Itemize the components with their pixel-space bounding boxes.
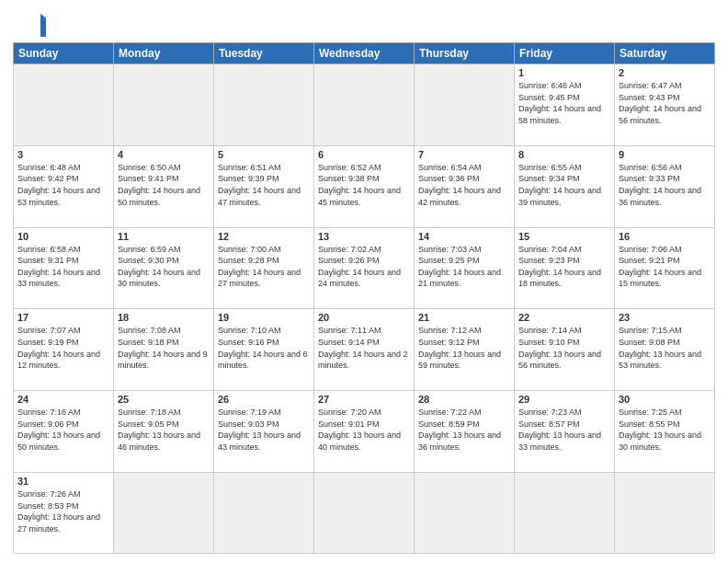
table-row: 28Sunrise: 7:22 AM Sunset: 8:59 PM Dayli… — [415, 391, 515, 473]
day-info: Sunrise: 7:26 AM Sunset: 8:53 PM Dayligh… — [17, 488, 109, 534]
day-info: Sunrise: 7:18 AM Sunset: 9:05 PM Dayligh… — [118, 407, 210, 453]
day-number: 24 — [17, 394, 109, 405]
table-row: 14Sunrise: 7:03 AM Sunset: 9:25 PM Dayli… — [415, 227, 515, 309]
day-number: 12 — [218, 231, 310, 242]
day-info: Sunrise: 7:12 AM Sunset: 9:12 PM Dayligh… — [418, 325, 510, 371]
day-number: 27 — [318, 394, 410, 405]
day-info: Sunrise: 7:10 AM Sunset: 9:16 PM Dayligh… — [218, 325, 310, 371]
day-number: 6 — [318, 149, 410, 160]
day-info: Sunrise: 6:58 AM Sunset: 9:31 PM Dayligh… — [17, 244, 109, 290]
day-info: Sunrise: 6:52 AM Sunset: 9:38 PM Dayligh… — [318, 162, 410, 208]
day-number: 31 — [17, 476, 109, 487]
table-row: 10Sunrise: 6:58 AM Sunset: 9:31 PM Dayli… — [14, 227, 114, 309]
day-info: Sunrise: 6:46 AM Sunset: 9:45 PM Dayligh… — [518, 80, 610, 126]
day-number: 9 — [619, 149, 711, 160]
page: Sunday Monday Tuesday Wednesday Thursday… — [0, 0, 728, 563]
day-info: Sunrise: 6:54 AM Sunset: 9:36 PM Dayligh… — [418, 162, 510, 208]
table-row — [214, 64, 314, 146]
weekday-header-row: Sunday Monday Tuesday Wednesday Thursday… — [14, 43, 715, 64]
day-number: 7 — [418, 149, 510, 160]
day-number: 28 — [418, 394, 510, 405]
day-number: 4 — [118, 149, 210, 160]
calendar: Sunday Monday Tuesday Wednesday Thursday… — [13, 42, 715, 554]
day-number: 15 — [518, 231, 610, 242]
header-saturday: Saturday — [615, 43, 715, 64]
table-row: 8Sunrise: 6:55 AM Sunset: 9:34 PM Daylig… — [515, 145, 615, 227]
day-number: 5 — [218, 149, 310, 160]
table-row: 7Sunrise: 6:54 AM Sunset: 9:36 PM Daylig… — [415, 145, 515, 227]
calendar-week-row: 24Sunrise: 7:16 AM Sunset: 9:06 PM Dayli… — [14, 391, 715, 473]
day-info: Sunrise: 7:06 AM Sunset: 9:21 PM Dayligh… — [619, 244, 711, 290]
day-number: 25 — [118, 394, 210, 405]
day-number: 3 — [17, 149, 109, 160]
header-monday: Monday — [114, 43, 214, 64]
day-info: Sunrise: 7:20 AM Sunset: 9:01 PM Dayligh… — [318, 407, 410, 453]
day-number: 16 — [619, 231, 711, 242]
table-row — [314, 472, 415, 553]
day-number: 10 — [17, 231, 109, 242]
day-info: Sunrise: 6:51 AM Sunset: 9:39 PM Dayligh… — [218, 162, 310, 208]
day-info: Sunrise: 7:00 AM Sunset: 9:28 PM Dayligh… — [218, 244, 310, 290]
table-row: 26Sunrise: 7:19 AM Sunset: 9:03 PM Dayli… — [214, 391, 314, 473]
day-info: Sunrise: 6:47 AM Sunset: 9:43 PM Dayligh… — [619, 80, 711, 126]
day-info: Sunrise: 7:08 AM Sunset: 9:18 PM Dayligh… — [118, 325, 210, 371]
day-number: 11 — [118, 231, 210, 242]
table-row: 1Sunrise: 6:46 AM Sunset: 9:45 PM Daylig… — [515, 64, 615, 146]
table-row: 29Sunrise: 7:23 AM Sunset: 8:57 PM Dayli… — [515, 391, 615, 473]
day-info: Sunrise: 7:11 AM Sunset: 9:14 PM Dayligh… — [318, 325, 410, 371]
table-row — [114, 64, 214, 146]
day-info: Sunrise: 7:19 AM Sunset: 9:03 PM Dayligh… — [218, 407, 310, 453]
table-row: 4Sunrise: 6:50 AM Sunset: 9:41 PM Daylig… — [114, 145, 214, 227]
day-info: Sunrise: 6:50 AM Sunset: 9:41 PM Dayligh… — [118, 162, 210, 208]
day-info: Sunrise: 7:23 AM Sunset: 8:57 PM Dayligh… — [518, 407, 610, 453]
table-row: 22Sunrise: 7:14 AM Sunset: 9:10 PM Dayli… — [515, 309, 615, 391]
day-number: 2 — [619, 67, 711, 78]
day-number: 26 — [218, 394, 310, 405]
day-info: Sunrise: 7:04 AM Sunset: 9:23 PM Dayligh… — [518, 244, 610, 290]
table-row — [14, 64, 114, 146]
table-row: 2Sunrise: 6:47 AM Sunset: 9:43 PM Daylig… — [615, 64, 715, 146]
table-row: 16Sunrise: 7:06 AM Sunset: 9:21 PM Dayli… — [615, 227, 715, 309]
calendar-week-row: 17Sunrise: 7:07 AM Sunset: 9:19 PM Dayli… — [14, 309, 715, 391]
day-number: 14 — [418, 231, 510, 242]
day-number: 13 — [318, 231, 410, 242]
table-row: 15Sunrise: 7:04 AM Sunset: 9:23 PM Dayli… — [515, 227, 615, 309]
table-row: 6Sunrise: 6:52 AM Sunset: 9:38 PM Daylig… — [314, 145, 415, 227]
table-row — [314, 64, 415, 146]
table-row: 13Sunrise: 7:02 AM Sunset: 9:26 PM Dayli… — [314, 227, 415, 309]
table-row: 11Sunrise: 6:59 AM Sunset: 9:30 PM Dayli… — [114, 227, 214, 309]
table-row: 5Sunrise: 6:51 AM Sunset: 9:39 PM Daylig… — [214, 145, 314, 227]
day-number: 23 — [619, 312, 711, 323]
header-thursday: Thursday — [415, 43, 515, 64]
table-row: 20Sunrise: 7:11 AM Sunset: 9:14 PM Dayli… — [314, 309, 415, 391]
table-row — [415, 64, 515, 146]
day-number: 20 — [318, 312, 410, 323]
logo — [13, 9, 51, 37]
header-sunday: Sunday — [14, 43, 114, 64]
day-info: Sunrise: 7:07 AM Sunset: 9:19 PM Dayligh… — [17, 325, 109, 371]
header — [13, 9, 715, 37]
table-row — [515, 472, 615, 553]
table-row — [114, 472, 214, 553]
table-row: 12Sunrise: 7:00 AM Sunset: 9:28 PM Dayli… — [214, 227, 314, 309]
day-info: Sunrise: 6:55 AM Sunset: 9:34 PM Dayligh… — [518, 162, 610, 208]
calendar-week-row: 10Sunrise: 6:58 AM Sunset: 9:31 PM Dayli… — [14, 227, 715, 309]
table-row: 9Sunrise: 6:56 AM Sunset: 9:33 PM Daylig… — [615, 145, 715, 227]
table-row: 30Sunrise: 7:25 AM Sunset: 8:55 PM Dayli… — [615, 391, 715, 473]
table-row: 27Sunrise: 7:20 AM Sunset: 9:01 PM Dayli… — [314, 391, 415, 473]
day-info: Sunrise: 6:59 AM Sunset: 9:30 PM Dayligh… — [118, 244, 210, 290]
table-row: 25Sunrise: 7:18 AM Sunset: 9:05 PM Dayli… — [114, 391, 214, 473]
day-number: 8 — [518, 149, 610, 160]
svg-marker-0 — [40, 14, 46, 37]
header-tuesday: Tuesday — [214, 43, 314, 64]
header-wednesday: Wednesday — [314, 43, 415, 64]
day-number: 22 — [518, 312, 610, 323]
day-info: Sunrise: 7:15 AM Sunset: 9:08 PM Dayligh… — [619, 325, 711, 371]
day-number: 29 — [518, 394, 610, 405]
day-number: 30 — [619, 394, 711, 405]
header-friday: Friday — [515, 43, 615, 64]
day-info: Sunrise: 6:48 AM Sunset: 9:42 PM Dayligh… — [17, 162, 109, 208]
calendar-week-row: 31Sunrise: 7:26 AM Sunset: 8:53 PM Dayli… — [14, 472, 715, 553]
day-info: Sunrise: 7:16 AM Sunset: 9:06 PM Dayligh… — [17, 407, 109, 453]
day-info: Sunrise: 6:56 AM Sunset: 9:33 PM Dayligh… — [619, 162, 711, 208]
